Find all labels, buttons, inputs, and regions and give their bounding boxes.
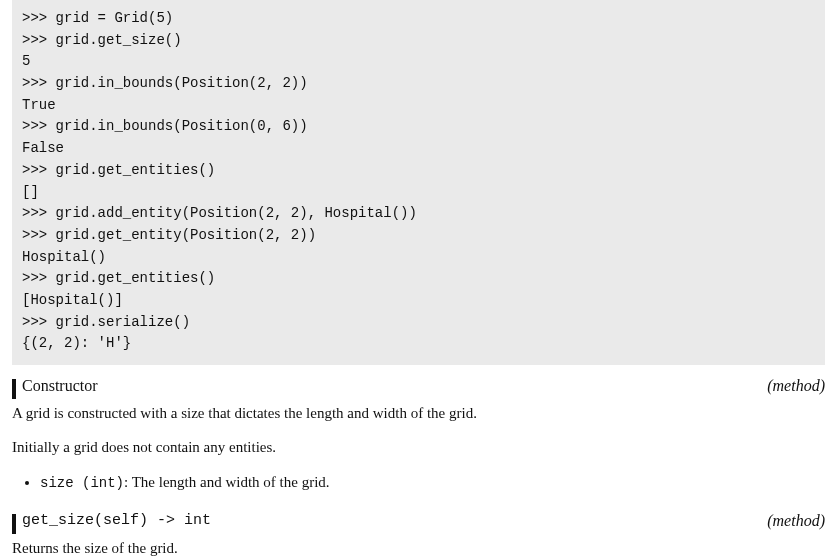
paragraph: Initially a grid does not contain any en… (12, 437, 825, 457)
heading-title-constructor: Constructor (22, 377, 98, 395)
heading-title-get-size: get_size(self) -> int (22, 512, 211, 529)
param-colon: : (124, 474, 132, 490)
param-item: size (int): The length and width of the … (40, 472, 825, 493)
heading-tag: (method) (767, 512, 825, 530)
heading-bar-icon (12, 379, 16, 399)
example-code-block: >>> grid = Grid(5) >>> grid.get_size() 5… (12, 0, 825, 365)
heading-left: Constructor (12, 377, 98, 399)
param-description: The length and width of the grid. (132, 474, 330, 490)
heading-row-get-size: get_size(self) -> int (method) (12, 512, 825, 534)
heading-bar-icon (12, 514, 16, 534)
param-list: size (int): The length and width of the … (12, 472, 825, 493)
param-signature: size (int) (40, 475, 124, 491)
paragraph: A grid is constructed with a size that d… (12, 403, 825, 423)
page: >>> grid = Grid(5) >>> grid.get_size() 5… (0, 0, 837, 559)
heading-tag: (method) (767, 377, 825, 395)
paragraph: Returns the size of the grid. (12, 538, 825, 558)
heading-row-constructor: Constructor (method) (12, 377, 825, 399)
heading-left: get_size(self) -> int (12, 512, 211, 534)
